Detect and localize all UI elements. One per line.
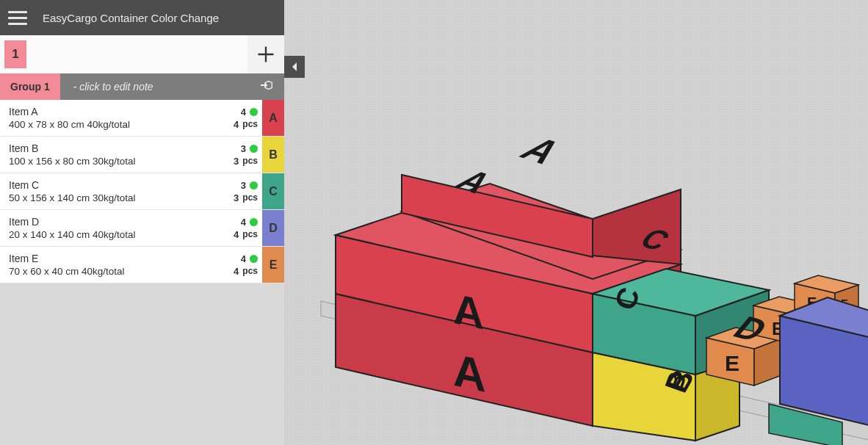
item-name: Item C (9, 179, 214, 191)
app-root: EasyCargo Container Color Change 1 Group… (0, 0, 868, 445)
item-color-swatch[interactable]: C (262, 173, 284, 209)
list-item[interactable]: Item B 100 x 156 x 80 cm 30kg/total 3 3p… (0, 137, 284, 173)
item-color-swatch[interactable]: E (262, 247, 284, 283)
group-header: Group 1 - click to edit note (0, 73, 284, 100)
item-color-swatch[interactable]: A (262, 100, 284, 136)
sidebar: EasyCargo Container Color Change 1 Group… (0, 0, 284, 445)
box-arrow-icon (259, 79, 275, 92)
status-dot (250, 145, 258, 153)
cargo-scene: A A A A B B C C E (299, 132, 868, 445)
add-container-button[interactable] (247, 35, 284, 73)
status-dot (250, 181, 258, 189)
svg-text:A: A (511, 131, 571, 170)
svg-text:E: E (725, 351, 739, 375)
items-list: Item A 400 x 78 x 80 cm 40kg/total 4 4pc… (0, 100, 284, 283)
item-dims: 20 x 140 x 140 cm 40kg/total (9, 229, 214, 240)
list-item[interactable]: Item D 20 x 140 x 140 cm 40kg/total 4 4p… (0, 210, 284, 247)
status-dot (250, 108, 258, 116)
group-label[interactable]: Group 1 (0, 73, 60, 100)
list-item[interactable]: Item E 70 x 60 x 40 cm 40kg/total 4 4pcs… (0, 247, 284, 283)
status-dot (250, 255, 258, 263)
item-name: Item E (9, 253, 214, 264)
collapse-sidebar-button[interactable] (284, 56, 305, 78)
item-qty: 4 4pcs (223, 210, 262, 246)
item-name: Item D (9, 216, 214, 228)
item-qty: 4 4pcs (223, 247, 262, 283)
item-qty: 3 3pcs (223, 137, 262, 173)
item-name: Item A (9, 106, 214, 117)
chevron-left-icon (290, 62, 299, 72)
app-title: EasyCargo Container Color Change (43, 12, 219, 24)
list-item[interactable]: Item C 50 x 156 x 140 cm 30kg/total 3 3p… (0, 173, 284, 210)
item-dims: 70 x 60 x 40 cm 40kg/total (9, 266, 214, 277)
group-note-input[interactable]: - click to edit note (73, 81, 153, 93)
item-color-swatch[interactable]: B (262, 137, 284, 173)
item-name: Item B (9, 142, 214, 154)
status-dot (250, 218, 258, 226)
app-header: EasyCargo Container Color Change (0, 0, 284, 35)
item-color-swatch[interactable]: D (262, 210, 284, 246)
item-dims: 400 x 78 x 80 cm 40kg/total (9, 119, 214, 130)
svg-text:A: A (453, 344, 486, 402)
group-action-icon[interactable] (259, 79, 275, 95)
list-item[interactable]: Item A 400 x 78 x 80 cm 40kg/total 4 4pc… (0, 100, 284, 137)
item-dims: 100 x 156 x 80 cm 30kg/total (9, 156, 214, 167)
container-tabs-row: 1 (0, 35, 284, 73)
svg-text:A: A (453, 284, 484, 338)
hamburger-menu-button[interactable] (3, 3, 32, 32)
container-tab-1[interactable]: 1 (4, 40, 26, 68)
item-qty: 3 3pcs (223, 173, 262, 209)
item-qty: 4 4pcs (223, 100, 262, 136)
viewport-3d[interactable]: A A A A B B C C E (284, 0, 868, 445)
item-dims: 50 x 156 x 140 cm 30kg/total (9, 192, 214, 203)
cargo-boxes-svg: A A A A B B C C E (299, 132, 868, 445)
plus-icon (256, 44, 276, 65)
